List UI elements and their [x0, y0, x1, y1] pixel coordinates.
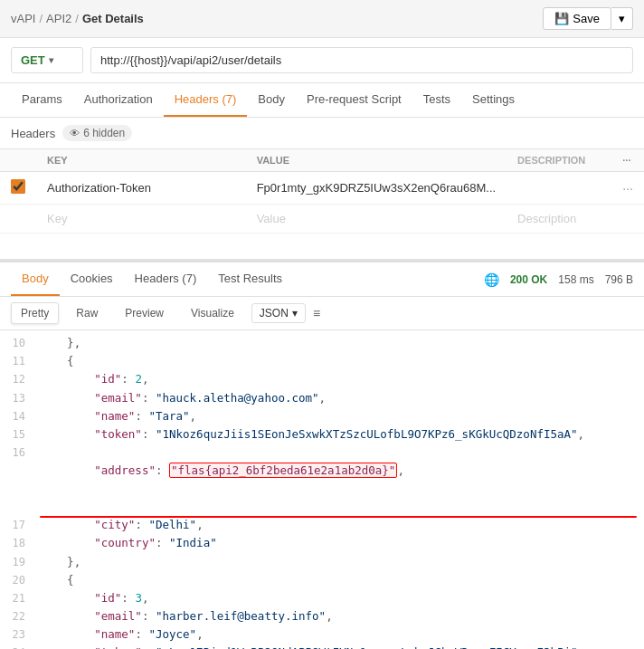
tab-body[interactable]: Body	[247, 83, 296, 117]
row-options-icon[interactable]: ···	[622, 181, 633, 196]
row-checkbox[interactable]	[11, 179, 25, 194]
response-area: Body Cookies Headers (7) Test Results 🌐 …	[0, 261, 644, 649]
request-tabs: Params Authorization Headers (7) Body Pr…	[0, 83, 644, 118]
hidden-badge[interactable]: 👁 6 hidden	[62, 125, 132, 141]
format-select-arrow-icon: ▾	[292, 307, 298, 320]
headers-title: Headers	[11, 127, 55, 140]
format-bar: Pretty Raw Preview Visualize JSON ▾ ≡	[0, 297, 644, 330]
red-underline	[40, 516, 637, 518]
th-extra: ···	[611, 149, 644, 172]
breadcrumb-vapi[interactable]: vAPI	[11, 12, 35, 25]
th-key: KEY	[36, 149, 246, 172]
json-body: 10 }, 11 { 12 "id": 2, 13 "email": "hauc…	[0, 330, 644, 649]
wrap-icon[interactable]: ≡	[313, 306, 320, 320]
json-line: 17 "city": "Delhi",	[0, 516, 644, 534]
url-bar: GET ▾	[0, 38, 644, 83]
value-placeholder[interactable]: Value	[257, 212, 286, 225]
method-select[interactable]: GET ▾	[11, 47, 83, 73]
json-line: 18 "country": "India"	[0, 534, 644, 552]
method-arrow-icon: ▾	[49, 55, 53, 65]
spacer	[0, 234, 644, 261]
response-status: 🌐 200 OK 158 ms 796 B	[484, 272, 633, 287]
resp-tab-cookies[interactable]: Cookies	[60, 262, 124, 296]
top-bar: vAPI / API2 / Get Details 💾 Save ▾	[0, 0, 644, 38]
json-line: 21 "id": 3,	[0, 589, 644, 607]
format-select-label: JSON	[260, 307, 289, 320]
table-row: Authorization-Token Fp0r1mty_gxK9DRZ5IUw…	[0, 172, 644, 205]
response-time: 158 ms	[558, 273, 593, 286]
eye-icon: 👁	[70, 128, 80, 138]
json-line: 19 },	[0, 553, 644, 571]
response-tabs-row: Body Cookies Headers (7) Test Results 🌐 …	[0, 262, 644, 297]
save-label: Save	[573, 12, 600, 25]
resp-tab-test-results[interactable]: Test Results	[207, 262, 293, 296]
tab-authorization[interactable]: Authorization	[73, 83, 164, 117]
resp-tab-headers[interactable]: Headers (7)	[124, 262, 208, 296]
breadcrumb-current: Get Details	[82, 12, 144, 25]
json-line-highlight: 16 "address": "flas{api2_6bf2beda61e2a1a…	[0, 444, 644, 516]
headers-section-label: Headers 👁 6 hidden	[0, 118, 644, 149]
json-line: 23 "name": "Joyce",	[0, 625, 644, 644]
json-line: 14 "name": "Tara",	[0, 407, 644, 425]
save-icon: 💾	[554, 12, 569, 25]
hidden-count: 6 hidden	[83, 127, 125, 139]
save-button[interactable]: 💾 Save	[543, 7, 611, 30]
format-select[interactable]: JSON ▾	[251, 303, 306, 323]
response-size: 796 B	[605, 273, 633, 286]
tab-settings[interactable]: Settings	[461, 83, 526, 117]
response-tabs: Body Cookies Headers (7) Test Results	[11, 262, 293, 296]
table-row-empty: Key Value Description	[0, 205, 644, 234]
json-line: 22 "email": "harber.leif@beatty.info",	[0, 607, 644, 625]
breadcrumb-api2[interactable]: API2	[46, 12, 71, 25]
header-value: Fp0r1mty_gxK9DRZ5IUw3sX2enQ6rau68M...	[257, 181, 496, 195]
status-ok: 200 OK	[510, 273, 547, 286]
url-input[interactable]	[90, 47, 633, 73]
json-line: 24 "token": "sLqs17Rjmd1WoBP2ONdAPP8WtIV…	[0, 644, 644, 649]
save-dropdown-button[interactable]: ▾	[611, 7, 633, 30]
th-checkbox	[0, 149, 36, 172]
json-line: 20 {	[0, 571, 644, 589]
fmt-raw-button[interactable]: Raw	[66, 302, 108, 324]
fmt-visualize-button[interactable]: Visualize	[181, 302, 244, 324]
tab-tests[interactable]: Tests	[412, 83, 461, 117]
tab-params[interactable]: Params	[11, 83, 73, 117]
header-key: Authorization-Token	[47, 181, 151, 195]
globe-icon: 🌐	[484, 272, 499, 287]
resp-tab-body[interactable]: Body	[11, 262, 60, 296]
breadcrumb: vAPI / API2 / Get Details	[11, 12, 144, 25]
json-line: 13 "email": "hauck.aletha@yahoo.com",	[0, 389, 644, 407]
json-line: 15 "token": "1Nkoz6quzJiis1SEonJeSxwkXTz…	[0, 425, 644, 444]
headers-table: KEY VALUE DESCRIPTION ··· Authorization-…	[0, 149, 644, 234]
tab-headers[interactable]: Headers (7)	[164, 83, 248, 117]
json-line: 10 },	[0, 334, 644, 352]
chevron-down-icon: ▾	[619, 12, 625, 25]
description-placeholder: Description	[517, 212, 576, 225]
th-description: DESCRIPTION	[507, 149, 611, 172]
fmt-pretty-button[interactable]: Pretty	[11, 302, 59, 324]
fmt-preview-button[interactable]: Preview	[115, 302, 174, 324]
tab-pre-request-script[interactable]: Pre-request Script	[296, 83, 412, 117]
key-placeholder[interactable]: Key	[47, 212, 67, 225]
json-line: 12 "id": 2,	[0, 370, 644, 388]
method-label: GET	[21, 53, 45, 67]
th-value: VALUE	[246, 149, 507, 172]
json-line: 11 {	[0, 352, 644, 370]
